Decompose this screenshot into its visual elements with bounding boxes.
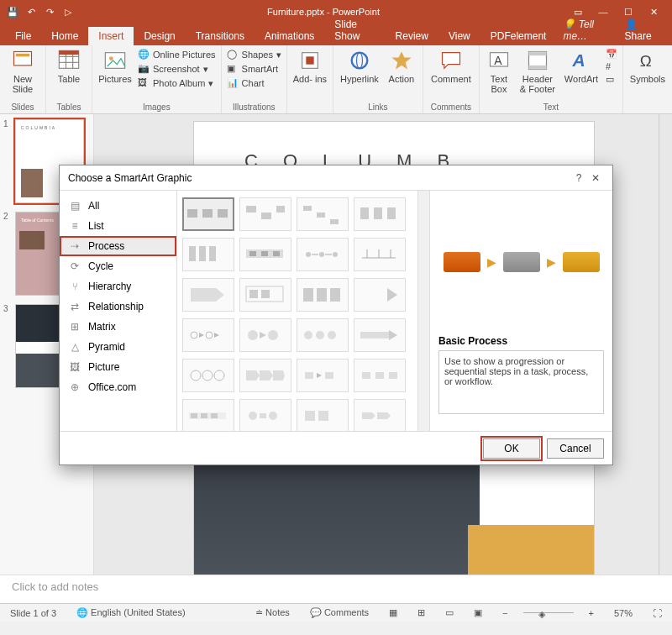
table-button[interactable]: Table — [51, 49, 87, 84]
tab-file[interactable]: File — [5, 27, 41, 45]
category-pyramid[interactable]: △Pyramid — [60, 337, 176, 357]
share-button[interactable]: 👤 Share — [617, 15, 667, 45]
status-bar: Slide 1 of 3 🌐 English (United States) ≐… — [0, 603, 672, 622]
tab-insert[interactable]: Insert — [88, 27, 134, 45]
hyperlink-button[interactable]: Hyperlink — [339, 49, 381, 84]
gallery-item[interactable] — [239, 197, 291, 231]
svg-rect-24 — [202, 209, 213, 218]
gallery-item[interactable] — [297, 359, 349, 392]
normal-view-icon[interactable]: ▦ — [384, 607, 402, 618]
slideshow-view-icon[interactable]: ▣ — [469, 607, 487, 618]
category-hierarchy[interactable]: ⑂Hierarchy — [60, 276, 176, 297]
wordart-button[interactable]: A WordArt — [562, 49, 601, 84]
smartart-button[interactable]: ▣SmartArt — [227, 63, 281, 75]
ok-button[interactable]: OK — [483, 438, 540, 459]
category-process[interactable]: ⇢Process — [60, 236, 176, 256]
svg-marker-62 — [214, 333, 219, 338]
gallery-item[interactable] — [297, 318, 349, 352]
gallery-item[interactable] — [297, 238, 349, 271]
gallery-item[interactable] — [182, 278, 234, 312]
gallery-item[interactable] — [182, 318, 234, 352]
zoom-level[interactable]: 57% — [609, 608, 638, 618]
tell-me[interactable]: 💡 Tell me… — [556, 15, 616, 45]
tab-home[interactable]: Home — [41, 27, 88, 45]
notes-toggle[interactable]: ≐ Notes — [250, 607, 295, 618]
gallery-item[interactable] — [182, 238, 234, 271]
svg-text:Ω: Ω — [640, 52, 652, 70]
gallery-item[interactable] — [239, 278, 291, 312]
slide-count[interactable]: Slide 1 of 3 — [5, 608, 61, 618]
gallery-item[interactable] — [354, 278, 406, 312]
gallery-item[interactable] — [182, 197, 234, 231]
textbox-button[interactable]: A Text Box — [485, 49, 513, 94]
reading-view-icon[interactable]: ▭ — [440, 607, 459, 618]
fit-to-window-icon[interactable]: ⛶ — [648, 608, 667, 618]
gallery-item[interactable] — [239, 359, 291, 392]
category-relationship[interactable]: ⇄Relationship — [60, 297, 176, 317]
category-matrix[interactable]: ⊞Matrix — [60, 317, 176, 337]
chart-button[interactable]: 📊Chart — [227, 77, 281, 89]
svg-marker-76 — [273, 370, 285, 380]
svg-rect-37 — [209, 246, 216, 261]
zoom-in-icon[interactable]: + — [584, 608, 599, 618]
addins-button[interactable]: Add- ins — [292, 49, 328, 84]
redo-icon[interactable]: ↷ — [42, 4, 57, 19]
comments-toggle[interactable]: 💬 Comments — [305, 607, 374, 618]
object-button[interactable]: ▭ — [606, 74, 617, 86]
cancel-button[interactable]: Cancel — [547, 438, 604, 459]
pictures-button[interactable]: Pictures — [97, 49, 133, 84]
gallery-item[interactable] — [182, 359, 234, 392]
category-office[interactable]: ⊕Office.com — [60, 377, 176, 397]
language-status[interactable]: 🌐 English (United States) — [71, 607, 191, 618]
save-icon[interactable]: 💾 — [5, 4, 20, 19]
comment-button[interactable]: Comment — [428, 49, 474, 84]
screenshot-button[interactable]: 📷Screenshot ▾ — [138, 63, 216, 75]
start-from-beginning-icon[interactable]: ▷ — [60, 4, 76, 19]
undo-icon[interactable]: ↶ — [24, 4, 39, 19]
category-all[interactable]: ▤All — [60, 196, 176, 216]
gallery-item[interactable] — [354, 318, 406, 352]
category-list[interactable]: ≡List — [60, 216, 176, 236]
tab-review[interactable]: Review — [386, 27, 438, 45]
category-cycle[interactable]: ⟳Cycle — [60, 256, 176, 276]
notes-pane[interactable]: Click to add notes — [0, 575, 672, 603]
gallery-item[interactable] — [297, 197, 349, 231]
action-button[interactable]: Action — [386, 49, 417, 84]
gallery-item[interactable] — [354, 197, 406, 231]
date-time-button[interactable]: 📅 — [606, 49, 617, 60]
gallery-item[interactable] — [239, 318, 291, 352]
slide-number-button[interactable]: # — [606, 61, 617, 73]
tab-pdfelement[interactable]: PDFelement — [480, 27, 557, 45]
tab-animations[interactable]: Animations — [255, 27, 324, 45]
tab-design[interactable]: Design — [134, 27, 185, 45]
sorter-view-icon[interactable]: ⊞ — [412, 607, 430, 618]
gallery-item[interactable] — [182, 399, 234, 431]
header-footer-button[interactable]: Header & Footer — [518, 49, 557, 94]
group-text: A Text Box Header & Footer A WordArt 📅 #… — [480, 45, 623, 113]
zoom-out-icon[interactable]: − — [497, 608, 512, 618]
gallery-item[interactable] — [297, 278, 349, 312]
tab-view[interactable]: View — [438, 27, 480, 45]
gallery-item[interactable] — [354, 399, 406, 431]
online-pictures-button[interactable]: 🌐Online Pictures — [138, 49, 216, 60]
gallery-item[interactable] — [239, 399, 291, 431]
category-picture[interactable]: 🖼Picture — [60, 357, 176, 377]
shapes-button[interactable]: ◯Shapes ▾ — [227, 49, 281, 60]
gallery-item[interactable] — [354, 359, 406, 392]
tab-transitions[interactable]: Transitions — [186, 27, 255, 45]
ribbon: New Slide Slides Table Tables Pictures 🌐… — [0, 45, 672, 114]
vertical-scrollbar[interactable] — [659, 114, 672, 575]
gallery-scrollbar[interactable] — [417, 191, 429, 431]
ribbon-tabs: File Home Insert Design Transitions Anim… — [0, 24, 672, 45]
slide-photo — [194, 458, 480, 575]
tab-slideshow[interactable]: Slide Show — [324, 15, 385, 45]
photo-album-button[interactable]: 🖼Photo Album ▾ — [138, 77, 216, 89]
gallery-item[interactable] — [354, 238, 406, 271]
dialog-help-icon[interactable]: ? — [570, 172, 587, 184]
dialog-close-icon[interactable]: ✕ — [587, 172, 604, 184]
gallery-item[interactable] — [297, 399, 349, 431]
new-slide-button[interactable]: New Slide — [5, 49, 40, 94]
zoom-slider[interactable]: ◈ — [523, 612, 574, 613]
gallery-item[interactable] — [239, 238, 291, 271]
symbols-button[interactable]: Ω Symbols — [628, 49, 667, 84]
